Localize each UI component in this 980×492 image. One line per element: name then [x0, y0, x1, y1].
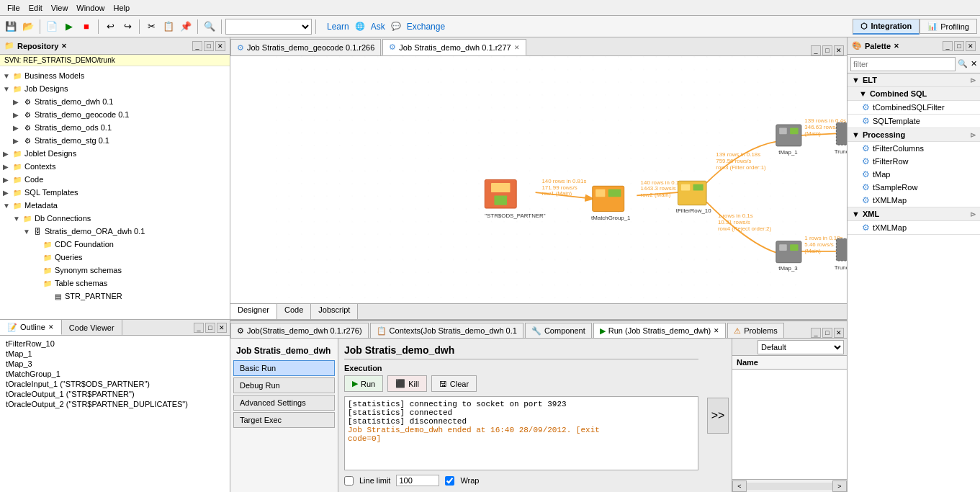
palette-group-header[interactable]: ▼ELT⊳	[848, 73, 980, 87]
outline-item[interactable]: tOracleInput_1 ("STR$ODS_PARTNER")	[3, 379, 227, 389]
code-viewer-tab[interactable]: Code Viewer	[62, 320, 122, 335]
tab-jobscript[interactable]: Jobscript	[311, 304, 358, 319]
run-right-scrollbar[interactable]	[747, 483, 832, 490]
palette-item[interactable]: ⚙tFilterRow	[848, 155, 980, 168]
canvas-minimize-btn[interactable]: _	[811, 45, 821, 55]
tree-item[interactable]: 📁Synonym schemas	[3, 264, 227, 277]
tree-item[interactable]: 📁Queries	[3, 251, 227, 264]
repo-close-btn[interactable]: ✕	[215, 41, 225, 51]
palette-item[interactable]: ⚙SQLTemplate	[848, 115, 980, 128]
repo-minimize-btn[interactable]: _	[192, 41, 202, 51]
palette-group-header[interactable]: ▼XML⊳	[848, 207, 980, 221]
outline-minimize-btn[interactable]: _	[194, 323, 204, 333]
canvas-close-btn[interactable]: ✕	[834, 45, 844, 55]
palette-item[interactable]: ⚙tFilterColumns	[848, 142, 980, 155]
toolbar-link-exchange[interactable]: Exchange	[407, 22, 445, 32]
toolbar-btn-find[interactable]: 🔍	[202, 19, 217, 35]
palette-search-input[interactable]	[850, 57, 956, 71]
run-tab-component[interactable]: 🔧 Component	[525, 323, 592, 338]
job-tab-geocode[interactable]: ⚙ Job Stratis_demo_geocode 0.1.r266	[230, 39, 381, 55]
run-panel-maximize-btn[interactable]: □	[822, 328, 832, 338]
canvas-maximize-btn[interactable]: □	[822, 45, 832, 55]
tree-item[interactable]: ▶📁SQL Templates	[3, 186, 227, 199]
toolbar-btn-new[interactable]: 📄	[44, 19, 60, 35]
tree-item[interactable]: ▶📁Code	[3, 173, 227, 186]
outline-item[interactable]: tOracleOutput_2 ("STR$PARTNER_DUPLICATES…	[3, 399, 227, 409]
run-tab-contexts[interactable]: 📋 Contexts(Job Stratis_demo_dwh 0.1	[370, 323, 523, 338]
outline-tab[interactable]: 📝 Outline ✕	[0, 320, 62, 335]
tab-designer[interactable]: Designer	[230, 304, 277, 319]
run-tab-problems[interactable]: ⚠ Problems	[727, 323, 783, 338]
toolbar-btn-run[interactable]: ▶	[61, 19, 77, 35]
palette-search-btn[interactable]: 🔍	[957, 57, 968, 71]
move-right-btn[interactable]: >>	[707, 398, 729, 434]
run-tab-job[interactable]: ⚙ Job(Stratis_demo_dwh 0.1.r276)	[230, 323, 369, 338]
toolbar-btn-paste[interactable]: 📌	[178, 19, 194, 35]
wrap-checkbox[interactable]	[445, 476, 454, 486]
tree-item[interactable]: ▶⚙Stratis_demo_dwh 0.1	[3, 95, 227, 108]
tree-item[interactable]: 📁CDC Foundation	[3, 238, 227, 251]
outline-content[interactable]: tFilterRow_10tMap_1tMap_3tMatchGroup_1tO…	[0, 336, 230, 492]
palette-minimize-btn[interactable]: _	[943, 41, 953, 51]
menu-view[interactable]: View	[47, 2, 73, 14]
toolbar-link-learn[interactable]: Learn	[327, 22, 349, 32]
palette-item[interactable]: ⚙tMap	[848, 168, 980, 181]
tab-integration[interactable]: ⬡ Integration	[853, 19, 920, 35]
palette-item[interactable]: ⚙tSampleRow	[848, 181, 980, 194]
tree-item[interactable]: ▶⚙Stratis_demo_geocode 0.1	[3, 108, 227, 121]
toolbar-btn-2[interactable]: 📂	[20, 19, 36, 35]
log-area[interactable]: [statistics] connecting to socket on por…	[344, 396, 698, 470]
tree-item[interactable]: ▼📁Job Designs	[3, 82, 227, 95]
menu-file[interactable]: File	[3, 2, 24, 14]
menu-window[interactable]: Window	[72, 2, 109, 14]
repository-tree[interactable]: ▼📁Business Models▼📁Job Designs▶⚙Stratis_…	[0, 66, 230, 319]
job-tab-dwh[interactable]: ⚙ Job Stratis_demo_dwh 0.1.r277 ✕	[382, 39, 526, 55]
default-select[interactable]: Default	[758, 340, 844, 354]
kill-btn[interactable]: ⬛ Kill	[387, 375, 427, 392]
tree-item[interactable]: ▶📁Contexts	[3, 160, 227, 173]
job-tab-dwh-close[interactable]: ✕	[514, 44, 520, 51]
run-panel-close-btn[interactable]: ✕	[834, 328, 844, 338]
tree-item[interactable]: 📁Table schemas	[3, 277, 227, 290]
palette-item[interactable]: ⚙tXMLMap	[848, 221, 980, 234]
menu-help[interactable]: Help	[109, 2, 134, 14]
run-tab-run[interactable]: ▶ Run (Job Stratis_demo_dwh) ✕	[593, 323, 726, 338]
basic-run-btn[interactable]: Basic Run	[233, 360, 335, 376]
outline-item[interactable]: tMatchGroup_1	[3, 369, 227, 379]
advanced-settings-btn[interactable]: Advanced Settings	[233, 395, 335, 411]
toolbar-btn-undo[interactable]: ↩	[102, 19, 118, 35]
outline-close-btn[interactable]: ✕	[217, 323, 227, 333]
line-limit-checkbox[interactable]	[344, 476, 354, 486]
outline-maximize-btn[interactable]: □	[205, 323, 215, 333]
run-right-next-btn[interactable]: >	[832, 480, 847, 492]
line-limit-input[interactable]	[396, 475, 439, 486]
tree-item[interactable]: ▤STR_PARTNER	[3, 290, 227, 303]
palette-item[interactable]: ⚙tCombinedSQLFilter	[848, 101, 980, 114]
toolbar-btn-copy[interactable]: 📋	[161, 19, 176, 35]
tree-item[interactable]: ▼🗄Stratis_demo_ORA_dwh 0.1	[3, 225, 227, 238]
toolbar-link-ask[interactable]: Ask	[371, 22, 385, 32]
outline-item[interactable]: tMap_3	[3, 359, 227, 369]
tree-item[interactable]: ▶📁Joblet Designs	[3, 147, 227, 160]
palette-maximize-btn[interactable]: □	[954, 41, 964, 51]
outline-item[interactable]: tOracleOutput_1 ("STR$PARTNER")	[3, 389, 227, 399]
palette-subgroup-header[interactable]: ▼Combined SQL	[848, 87, 980, 101]
clear-btn[interactable]: 🖫 Clear	[431, 375, 477, 392]
toolbar-btn-stop[interactable]: ■	[78, 19, 94, 35]
outline-item[interactable]: tMap_1	[3, 349, 227, 359]
debug-run-btn[interactable]: Debug Run	[233, 377, 335, 393]
toolbar-dropdown[interactable]	[225, 19, 312, 35]
toolbar-btn-cut[interactable]: ✂	[143, 19, 159, 35]
run-tab-close[interactable]: ✕	[714, 327, 719, 334]
run-execute-btn[interactable]: ▶ Run	[344, 375, 383, 392]
tab-profiling[interactable]: 📊 Profiling	[920, 19, 977, 34]
palette-item[interactable]: ⚙tXMLMap	[848, 194, 980, 207]
tree-item[interactable]: ▼📁Business Models	[3, 69, 227, 82]
palette-tree[interactable]: ▼ELT⊳▼Combined SQL⚙tCombinedSQLFilter⚙SQ…	[848, 73, 980, 492]
outline-item[interactable]: tFilterRow_10	[3, 339, 227, 349]
palette-group-header[interactable]: ▼Processing⊳	[848, 128, 980, 142]
palette-close-btn[interactable]: ✕	[966, 41, 976, 51]
run-right-prev-btn[interactable]: <	[732, 480, 747, 492]
run-panel-minimize-btn[interactable]: _	[811, 328, 821, 338]
repo-maximize-btn[interactable]: □	[204, 41, 214, 51]
